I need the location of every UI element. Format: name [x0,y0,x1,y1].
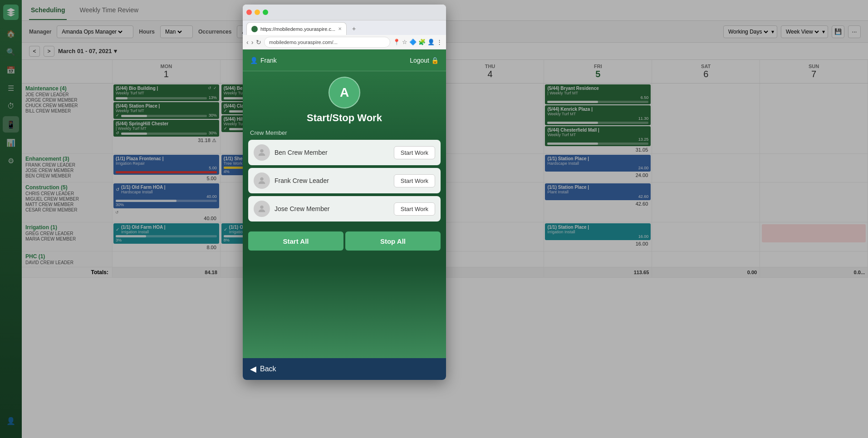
user-icon: 👤 [250,57,258,64]
browser-close-btn[interactable] [246,10,252,15]
mobile-user-display: 👤 Frank [250,57,277,64]
browser-chrome [243,5,446,20]
location-icon[interactable]: 📍 [393,39,400,45]
svg-point-0 [260,149,263,153]
frank-start-work-btn[interactable]: Start Work [394,174,435,187]
plus-icon: + [352,25,356,32]
puzzle-icon[interactable]: 🧩 [418,39,426,45]
start-all-button[interactable]: Start All [248,231,343,251]
bookmark-icon[interactable]: ☆ [402,39,407,45]
browser-address-bar: ‹ › ↻ mobiledemo.youraspire.com/... 📍 ☆ … [243,35,446,49]
mobile-content: Crew Member Ben Crew Member Start Work F… [243,129,446,224]
crew-member-ben-card: Ben Crew Member Start Work [248,140,441,165]
back-arrow-icon: ◀ [250,364,256,374]
tab-url: https://mobiledemo.youraspire.c... [260,26,335,32]
svg-point-2 [260,206,263,209]
more-icon[interactable]: ⋮ [436,39,442,45]
back-label: Back [260,365,276,373]
frank-crew-name: Frank Crew Leader [275,177,389,184]
jose-crew-name: Jose Crew Member [275,205,389,212]
crew-section-label: Crew Member [248,129,441,136]
mobile-header: 👤 Frank Logout 🔒 [243,49,446,71]
forward-btn[interactable]: › [251,39,254,46]
browser-overlay: https://mobiledemo.youraspire.c... ✕ + ‹… [0,0,868,438]
stop-all-button[interactable]: Stop All [345,231,441,251]
browser-active-tab[interactable]: https://mobiledemo.youraspire.c... ✕ [246,22,347,35]
crew-member-jose-card: Jose Crew Member Start Work [248,196,441,221]
mobile-app: 👤 Frank Logout 🔒 A Start/Stop Work Crew … [243,49,446,358]
tab-close-btn[interactable]: ✕ [338,26,342,31]
profile-icon[interactable]: 👤 [427,39,435,45]
mobile-footer-buttons: Start All Stop All [248,231,441,251]
ben-avatar [254,144,270,161]
mobile-back-bar[interactable]: ◀ Back [243,358,446,380]
lock-icon: 🔒 [431,57,439,64]
frank-avatar [254,172,270,189]
back-btn[interactable]: ‹ [246,39,249,46]
mobile-avatar: A [329,77,360,108]
browser-minimize-btn[interactable] [255,10,260,15]
new-tab-button[interactable]: + [348,22,360,35]
url-input[interactable]: mobiledemo.youraspire.com/... [264,37,390,48]
mobile-app-title: Start/Stop Work [243,112,446,124]
refresh-btn[interactable]: ↻ [256,39,261,46]
jose-start-work-btn[interactable]: Start Work [394,202,435,216]
ben-crew-name: Ben Crew Member [275,149,389,156]
svg-point-1 [260,177,263,181]
tab-favicon [251,26,258,32]
crew-member-frank-card: Frank Crew Leader Start Work [248,168,441,193]
logout-button[interactable]: Logout 🔒 [410,57,439,64]
extension-icon[interactable]: 🔷 [409,39,417,45]
browser-maximize-btn[interactable] [263,10,268,15]
browser-window: https://mobiledemo.youraspire.c... ✕ + ‹… [243,5,446,380]
browser-tabs: https://mobiledemo.youraspire.c... ✕ + [243,20,446,35]
jose-avatar [254,201,270,217]
browser-actions: 📍 ☆ 🔷 🧩 👤 ⋮ [393,39,442,45]
ben-start-work-btn[interactable]: Start Work [394,146,435,159]
